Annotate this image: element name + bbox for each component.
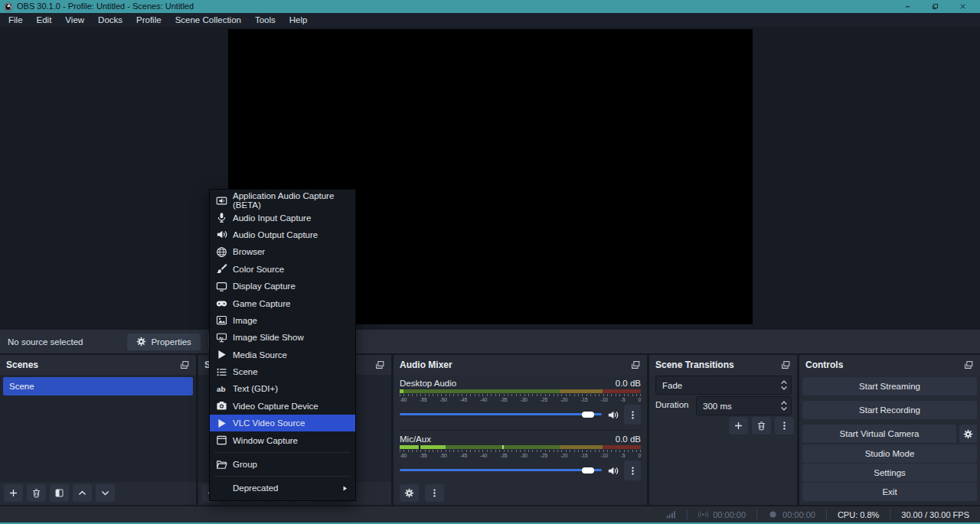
- window-title: OBS 30.1.0 - Profile: Untitled - Scenes:…: [17, 0, 194, 13]
- text-icon: ab: [216, 383, 227, 395]
- menu-item-image[interactable]: Image: [210, 312, 355, 329]
- channel-options-button[interactable]: [624, 405, 641, 425]
- source-status-text: No source selected: [8, 337, 83, 347]
- close-icon: [959, 2, 967, 11]
- scene-transitions-dock-header: Scene Transitions: [649, 355, 797, 375]
- stream-time: 00:00:00: [713, 510, 746, 519]
- kebab-icon: [779, 421, 789, 431]
- menubar-item-scene-collection[interactable]: Scene Collection: [168, 13, 248, 27]
- gear-icon: [136, 337, 146, 347]
- menu-item-application-audio-capture-beta[interactable]: Application Audio Capture (BETA): [210, 192, 355, 209]
- scenes-filter-button[interactable]: [50, 484, 69, 502]
- preview-area: [0, 27, 980, 330]
- duration-spinner[interactable]: 300 ms: [696, 396, 792, 415]
- updown-arrows-icon[interactable]: [777, 397, 791, 415]
- popout-icon[interactable]: [630, 360, 641, 370]
- scene-transitions-dock: Scene Transitions Fade Duration 300 ms: [649, 355, 797, 505]
- add-source-context-menu: Application Audio Capture (BETA)Audio In…: [209, 189, 356, 501]
- meter-scale: -60-55-50-45-40-35-30-25-20-15-10-50: [400, 397, 641, 402]
- scenes-trash-button[interactable]: [27, 484, 46, 502]
- menu-item-browser[interactable]: Browser: [210, 243, 355, 260]
- scene-list-item[interactable]: Scene: [3, 377, 193, 395]
- popout-icon[interactable]: [780, 360, 791, 370]
- mute-toggle-speaker-icon[interactable]: [607, 465, 619, 477]
- channel-volume-db: 0.0 dB: [616, 379, 641, 388]
- menu-item-game-capture[interactable]: Game Capture: [210, 295, 355, 311]
- plus-icon: [733, 421, 743, 431]
- minimize-icon: [903, 2, 912, 11]
- transitions-plus-button[interactable]: [729, 417, 748, 434]
- icon-placeholder: [216, 483, 227, 494]
- menubar-item-profile[interactable]: Profile: [129, 13, 168, 27]
- popout-icon[interactable]: [374, 360, 385, 370]
- start-virtual-camera-button[interactable]: Start Virtual Camera: [802, 425, 956, 443]
- play-icon: [216, 349, 227, 360]
- window-controls: [893, 0, 976, 13]
- start-streaming-button[interactable]: Start Streaming: [802, 377, 977, 395]
- menu-item-audio-output-capture[interactable]: Audio Output Capture: [210, 226, 355, 243]
- virtual-camera-config-button[interactable]: [959, 425, 977, 443]
- window-icon: [216, 434, 227, 446]
- menu-item-media-source[interactable]: Media Source: [210, 347, 355, 363]
- volume-slider[interactable]: [400, 467, 602, 474]
- menu-separator: [214, 476, 351, 477]
- menubar-item-edit[interactable]: Edit: [30, 13, 59, 27]
- source-toolbar: No source selected PropertiesFilters: [0, 330, 980, 353]
- restore-button[interactable]: [921, 0, 949, 13]
- popout-icon[interactable]: [179, 360, 190, 370]
- transition-select[interactable]: Fade: [655, 376, 792, 395]
- menubar-item-file[interactable]: File: [2, 13, 30, 27]
- settings-button[interactable]: Settings: [802, 464, 977, 482]
- menu-item-window-capture[interactable]: Window Capture: [210, 431, 355, 448]
- menu-item-image-slide-show[interactable]: Image Slide Show: [210, 329, 355, 346]
- mute-toggle-speaker-icon[interactable]: [607, 409, 619, 421]
- scene-transitions-title: Scene Transitions: [655, 360, 734, 370]
- properties-button[interactable]: Properties: [127, 334, 200, 350]
- volume-slider-handle[interactable]: [582, 467, 594, 474]
- audio-mixer-dock-header: Audio Mixer: [394, 355, 647, 375]
- start-recording-button[interactable]: Start Recording: [802, 401, 977, 419]
- brush-icon: [216, 263, 227, 275]
- minimize-button[interactable]: [893, 0, 921, 13]
- menu-item-display-capture[interactable]: Display Capture: [210, 278, 355, 295]
- folder-icon: [216, 459, 227, 470]
- menubar-item-tools[interactable]: Tools: [248, 13, 283, 27]
- menu-item-audio-input-capture[interactable]: Audio Input Capture: [210, 209, 355, 226]
- menubar-item-help[interactable]: Help: [283, 13, 315, 27]
- menu-item-group[interactable]: Group: [210, 456, 355, 473]
- updown-arrows-icon[interactable]: [777, 376, 791, 394]
- volume-slider[interactable]: [400, 411, 602, 418]
- mixer-gear-button[interactable]: [400, 484, 419, 502]
- volume-slider-handle[interactable]: [582, 412, 594, 418]
- exit-button[interactable]: Exit: [802, 483, 977, 501]
- fps-indicator: 30.00 / 30.00 FPS: [890, 510, 980, 519]
- scenes-plus-button[interactable]: [4, 484, 23, 502]
- audio-mixer-dock: Audio Mixer Desktop Audio0.0 dB-60-55-50…: [394, 355, 647, 505]
- globe-icon: [216, 246, 227, 258]
- menubar-item-view[interactable]: View: [58, 13, 91, 27]
- controls-dock: Controls Start StreamingStart RecordingS…: [799, 355, 980, 505]
- menu-item-video-capture-device[interactable]: Video Capture Device: [210, 398, 355, 415]
- mixer-kebab-button[interactable]: [425, 484, 444, 502]
- gear-icon: [404, 488, 414, 498]
- transitions-trash-button[interactable]: [752, 417, 771, 434]
- audio-mixer-toolbar: [400, 484, 444, 502]
- menu-item-vlc-video-source[interactable]: VLC Video Source: [210, 415, 355, 431]
- menu-item-deprecated[interactable]: Deprecated: [210, 480, 355, 496]
- channel-options-button[interactable]: [624, 461, 641, 480]
- svg-text:ab: ab: [217, 385, 225, 393]
- gear-icon: [963, 429, 973, 439]
- menu-item-color-source[interactable]: Color Source: [210, 261, 355, 278]
- menu-item-text-gdi[interactable]: abText (GDI+): [210, 380, 355, 397]
- menubar-item-docks[interactable]: Docks: [91, 13, 129, 27]
- menu-item-scene[interactable]: Scene: [210, 363, 355, 380]
- controls-title: Controls: [805, 360, 843, 370]
- scenes-chevron-up-button[interactable]: [73, 484, 92, 502]
- popout-icon[interactable]: [963, 360, 974, 370]
- status-bar: 00:00:00 00:00:00 CPU: 0.8% 30.00 / 30.0…: [0, 506, 980, 522]
- close-button[interactable]: [949, 0, 976, 13]
- scene-list-icon: [216, 366, 227, 378]
- transitions-kebab-button[interactable]: [775, 417, 794, 434]
- studio-mode-button[interactable]: Studio Mode: [802, 444, 977, 463]
- scenes-chevron-down-button[interactable]: [96, 484, 115, 502]
